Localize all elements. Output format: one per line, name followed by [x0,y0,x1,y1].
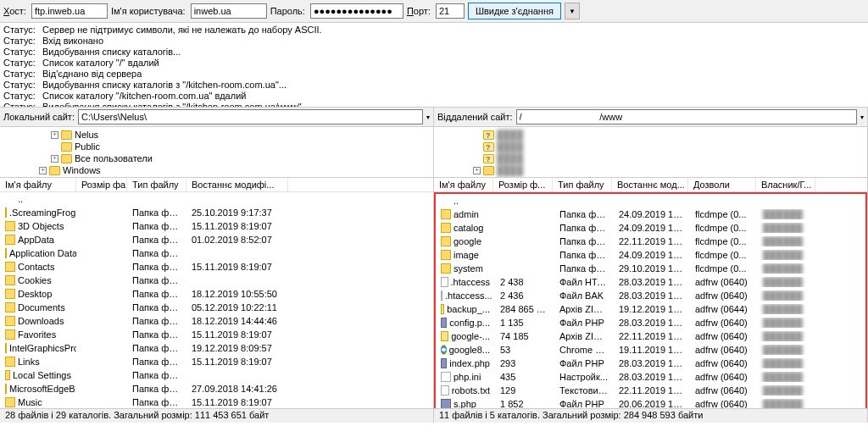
tree-item[interactable]: ████ [437,152,864,164]
column-header[interactable]: Востаннє мод... [612,178,688,191]
column-header[interactable]: Ім'я файлу [434,178,493,191]
quick-connect-dropdown[interactable]: ▼ [565,3,580,19]
quick-connect-button[interactable]: Швидке з'єднання [468,3,561,19]
list-item[interactable]: config.p...1 135Файл PHP28.03.2019 11:3.… [436,316,865,329]
list-item[interactable]: LinksПапка файлів15.11.2019 8:19:07 [0,355,433,368]
column-header[interactable]: Дозволи [688,178,756,191]
tree-toggle-icon[interactable]: + [51,131,58,139]
list-item[interactable]: .htaccess...2 436Файл BAK28.03.2019 11:2… [436,289,865,302]
cell: 19.12.2019 8:09:57 [186,343,288,353]
list-item[interactable]: catalogПапка фай...24.09.2019 14:5...flc… [436,221,865,235]
column-header[interactable]: Розмір ф... [493,178,553,191]
port-input[interactable] [436,3,465,19]
tree-toggle-icon[interactable]: + [473,167,481,174]
chevron-down-icon[interactable]: ▾ [860,113,864,121]
list-item[interactable]: MusicПапка файлів15.11.2019 8:19:07 [0,396,433,408]
list-item[interactable]: index.php293Файл PHP28.03.2019 11:3...ad… [436,357,865,370]
cell: 284 865 476 [495,304,554,314]
cell: 435 [495,372,554,382]
file-name: IntelGraphicsPro... [9,343,76,353]
column-header[interactable]: Тип файлу [127,178,186,191]
list-item[interactable]: AppDataПапка файлів01.02.2019 8:52:07 [0,233,433,246]
column-header[interactable]: Розмір фа... [76,178,127,191]
list-item[interactable]: .ScreamingFrog...Папка файлів25.10.2019 … [0,206,433,219]
file-name: .htaccess [451,277,490,287]
cell: 27.09.2018 14:41:26 [186,384,288,394]
cell: Папка файлів [127,316,186,326]
list-item[interactable]: systemПапка фай...29.10.2019 12:4...flcd… [436,262,865,275]
folder-icon [5,248,7,258]
local-list-header[interactable]: Ім'я файлуРозмір фа...Тип файлуВостаннє … [0,178,433,192]
column-header[interactable]: Востаннє модифі... [186,178,288,191]
list-item[interactable]: s.php1 852Файл PHP20.06.2019 16:4...adfr… [436,397,865,408]
list-item[interactable]: googleПапка фай...22.11.2019 14:3...flcd… [436,235,865,248]
list-item[interactable]: google-...74 185Архів ZIP ...22.11.2019 … [436,329,865,343]
status-bar: 28 файлів і 29 каталогів. Загальний розм… [0,408,868,423]
tree-toggle-icon[interactable]: + [51,155,58,163]
log-line: Статус:Вхід виконано [3,36,865,47]
tree-toggle-icon[interactable]: + [39,167,47,174]
host-input[interactable] [31,3,108,19]
tree-item-label: Public [75,141,100,152]
list-item[interactable]: DownloadsПапка файлів18.12.2019 14:44:46 [0,314,433,328]
remote-path-input[interactable] [516,109,857,124]
cell: adfrw (0640) [690,385,758,396]
user-input[interactable] [191,3,267,19]
column-header[interactable]: Тип файлу [553,178,612,191]
cell: Файл PHP [554,358,614,368]
list-item[interactable]: google8...53Chrome H...19.11.2019 14:0..… [436,343,865,357]
column-header[interactable]: Ім'я файлу [0,178,76,191]
cell: s.php [436,399,495,408]
list-item[interactable]: Local SettingsПапка файлів [0,368,433,382]
cell: Папка фай... [554,263,614,274]
list-item[interactable]: adminПапка фай...24.09.2019 14:4...flcdm… [436,207,865,221]
local-path-input[interactable] [78,109,423,124]
list-item[interactable]: imageПапка фай...24.09.2019 14:5...flcdm… [436,248,865,262]
folder-icon [483,154,494,163]
tree-item[interactable]: +Все пользователи [3,152,430,164]
list-item[interactable]: php.ini435Настройк...28.03.2019 11:2...a… [436,370,865,384]
cell: Папка фай... [554,250,614,260]
column-header[interactable]: Власник/Г... [756,178,815,191]
list-item[interactable]: .. [0,192,433,206]
local-site-bar: Локальний сайт: ▾ [0,108,433,127]
pass-input[interactable] [310,3,403,19]
list-item[interactable]: Application DataПапка файлів [0,246,433,260]
list-item[interactable]: DocumentsПапка файлів05.12.2019 10:22:11 [0,301,433,314]
cell: 28.03.2019 11:3... [614,318,690,328]
cell: flcdmpe (0... [690,236,758,246]
tree-item[interactable]: ████ [437,141,864,152]
cell: Папка файлів [127,357,186,367]
list-item[interactable]: IntelGraphicsPro...Папка файлів19.12.201… [0,341,433,355]
list-item[interactable]: robots.txt129Текстовий...22.11.2019 14:5… [436,384,865,397]
tree-item[interactable]: Public [3,141,430,152]
log-line: Статус:Від'єднано від сервера [3,69,865,80]
cell: 19.12.2019 12:5... [614,304,690,314]
file-name: s.php [453,399,476,408]
remote-tree[interactable]: ████████████+████ [434,127,867,178]
cell: 129 [495,385,554,396]
remote-list-header[interactable]: Ім'я файлуРозмір ф...Тип файлуВостаннє м… [434,178,867,192]
tree-item[interactable]: +Nelus [3,129,430,141]
tree-item[interactable]: +Windows [3,164,430,176]
cell: 25.10.2019 9:17:37 [186,207,288,218]
blurred-text: ██████ [763,290,803,301]
list-item[interactable]: ContactsПапка файлів15.11.2019 8:19:07 [0,260,433,274]
tree-item[interactable]: +████ [437,164,864,176]
file-name: .ScreamingFrog... [9,207,76,218]
folder-icon [5,384,7,394]
folder-icon [61,130,72,140]
log-line: Статус:Видобування списку каталогів... [3,47,865,58]
list-item[interactable]: .htaccess2 438Файл HTA...28.03.2019 11:3… [436,275,865,289]
list-item[interactable]: MicrosoftEdgeB...Папка файлів27.09.2018 … [0,382,433,396]
list-item[interactable]: FavoritesПапка файлів15.11.2019 8:19:07 [0,328,433,341]
tree-item[interactable]: ████ [437,129,864,141]
list-item[interactable]: DesktopПапка файлів18.12.2019 10:55:50 [0,287,433,301]
list-item[interactable]: CookiesПапка файлів [0,274,433,287]
chevron-down-icon[interactable]: ▾ [426,113,430,121]
cell: ██████ [758,209,817,219]
list-item[interactable]: 3D ObjectsПапка файлів15.11.2019 8:19:07 [0,219,433,233]
list-item[interactable]: backup_...284 865 476Архів ZIP ...19.12.… [436,302,865,316]
local-tree[interactable]: +NelusPublic+Все пользователи+Windows [0,127,433,178]
list-item[interactable]: .. [436,194,865,207]
